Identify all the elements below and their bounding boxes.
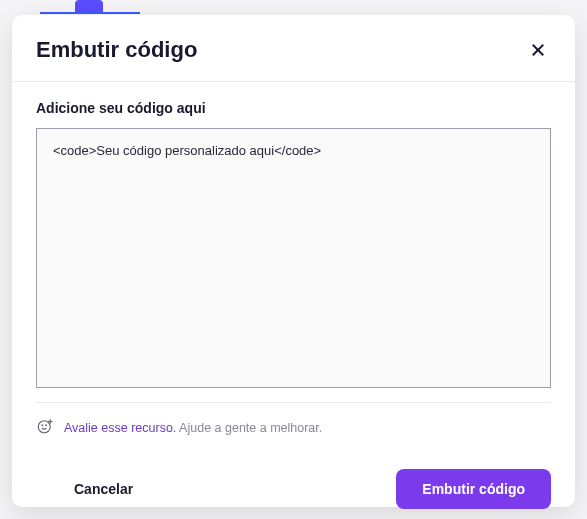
smiley-plus-icon <box>36 417 54 439</box>
feedback-text: Avalie esse recurso. Ajude a gente a mel… <box>64 421 322 435</box>
code-field-label: Adicione seu código aqui <box>36 100 551 116</box>
submit-button[interactable]: Embutir código <box>396 469 551 509</box>
code-input[interactable] <box>36 128 551 388</box>
svg-point-3 <box>42 425 43 426</box>
cancel-button[interactable]: Cancelar <box>36 469 171 509</box>
feedback-link[interactable]: Avalie esse recurso. <box>64 421 176 435</box>
svg-point-2 <box>38 421 50 433</box>
close-icon <box>529 41 547 59</box>
feedback-row: Avalie esse recurso. Ajude a gente a mel… <box>36 402 551 439</box>
background-button-fragment <box>75 0 103 12</box>
close-button[interactable] <box>525 37 551 63</box>
modal-footer: Cancelar Embutir código <box>12 451 575 519</box>
embed-code-modal: Embutir código Adicione seu código aqui <box>12 15 575 507</box>
svg-point-4 <box>46 425 47 426</box>
modal-body: Adicione seu código aqui Avalie esse rec… <box>12 82 575 451</box>
feedback-helper: Ajude a gente a melhorar. <box>176 421 322 435</box>
modal-header: Embutir código <box>12 15 575 82</box>
modal-title: Embutir código <box>36 37 197 63</box>
